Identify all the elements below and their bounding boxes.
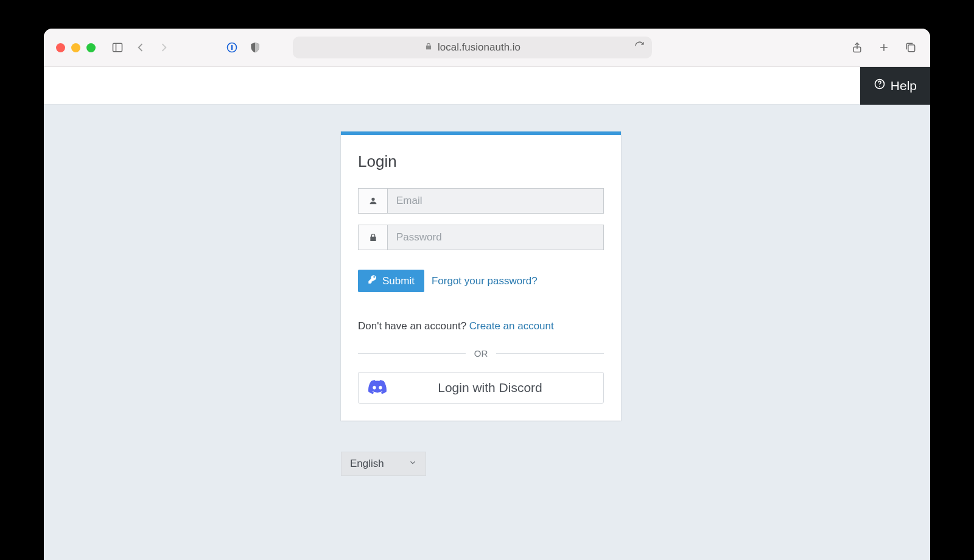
language-select[interactable]: English (341, 452, 426, 476)
email-field[interactable] (388, 189, 603, 213)
discord-icon (368, 380, 387, 396)
discord-button-label: Login with Discord (387, 380, 594, 395)
language-selected: English (350, 458, 384, 470)
browser-window: local.fusionauth.io (44, 29, 930, 560)
help-icon (874, 78, 886, 93)
svg-rect-3 (231, 45, 233, 50)
share-button[interactable] (850, 40, 864, 55)
lock-icon (359, 225, 388, 250)
login-title: Login (358, 152, 604, 171)
address-bar[interactable]: local.fusionauth.io (293, 37, 652, 58)
key-icon (368, 275, 377, 287)
back-button[interactable] (133, 40, 148, 55)
password-field[interactable] (388, 225, 603, 250)
password-manager-icon[interactable] (225, 40, 239, 55)
help-button[interactable]: Help (860, 67, 930, 105)
app-topbar: Help (44, 67, 930, 105)
lock-icon (424, 41, 433, 54)
new-tab-button[interactable] (877, 40, 891, 55)
create-account-link[interactable]: Create an account (469, 320, 554, 332)
address-bar-text: local.fusionauth.io (438, 41, 520, 54)
svg-rect-0 (113, 43, 122, 51)
svg-rect-7 (908, 45, 915, 52)
divider-line (496, 353, 604, 354)
sidebar-toggle-button[interactable] (110, 40, 125, 55)
traffic-lights (56, 43, 96, 52)
or-label: OR (474, 348, 488, 359)
window-close-button[interactable] (56, 43, 65, 52)
no-account-text: Don't have an account? (358, 320, 469, 332)
submit-button[interactable]: Submit (358, 270, 424, 292)
help-label: Help (891, 79, 917, 93)
window-zoom-button[interactable] (86, 43, 96, 52)
svg-point-9 (879, 86, 880, 87)
reload-button[interactable] (634, 41, 645, 54)
chevron-down-icon (408, 458, 417, 470)
privacy-shield-icon[interactable] (248, 40, 262, 55)
divider-line (358, 353, 466, 354)
page-content: Help Login (44, 67, 930, 560)
or-divider: OR (358, 348, 604, 359)
email-input-group (358, 188, 604, 214)
window-minimize-button[interactable] (71, 43, 80, 52)
browser-toolbar: local.fusionauth.io (44, 29, 930, 67)
user-icon (359, 189, 388, 213)
submit-label: Submit (382, 275, 415, 287)
login-panel: Login (341, 131, 621, 421)
password-input-group (358, 225, 604, 250)
login-with-discord-button[interactable]: Login with Discord (358, 372, 604, 404)
tab-overview-button[interactable] (903, 40, 918, 55)
forward-button[interactable] (156, 40, 171, 55)
forgot-password-link[interactable]: Forgot your password? (432, 275, 538, 287)
create-account-row: Don't have an account? Create an account (358, 320, 604, 332)
